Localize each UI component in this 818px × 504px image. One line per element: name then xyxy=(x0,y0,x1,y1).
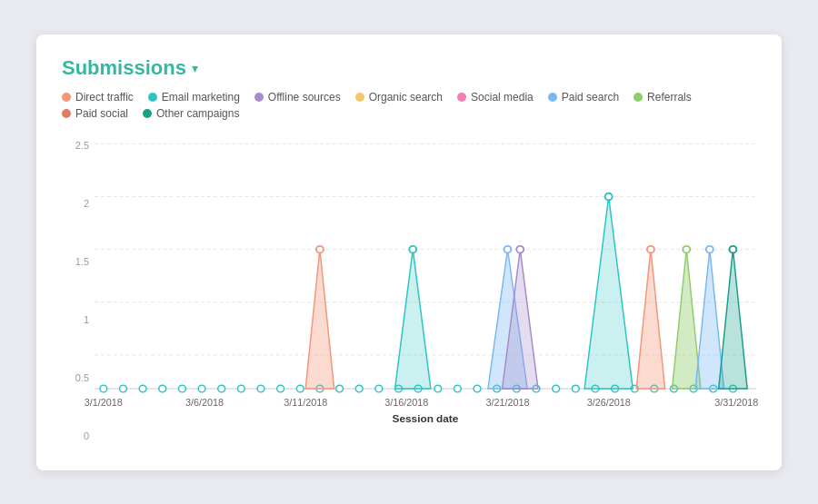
referrals-point xyxy=(683,245,690,252)
legend-dot xyxy=(62,93,71,102)
email-marketing-point-2 xyxy=(409,245,416,252)
svg-point-14 xyxy=(100,385,107,392)
svg-point-16 xyxy=(139,385,146,392)
svg-text:3/6/2018: 3/6/2018 xyxy=(185,397,224,408)
legend-dot xyxy=(355,93,364,102)
legend-label: Offline sources xyxy=(268,91,341,104)
legend-item-paid-search: Paid search xyxy=(548,91,619,104)
legend-dot xyxy=(148,93,157,102)
paid-search-point-1 xyxy=(504,245,512,252)
offline-point xyxy=(516,245,524,252)
other-campaigns-spike xyxy=(719,249,747,388)
svg-point-15 xyxy=(120,385,127,392)
legend-label: Social media xyxy=(471,91,534,104)
legend-dot xyxy=(457,93,466,102)
svg-point-23 xyxy=(277,385,284,392)
dropdown-icon[interactable]: ▾ xyxy=(192,61,198,75)
submissions-card: Submissions ▾ Direct trafficEmail market… xyxy=(36,35,782,470)
legend-item-email-marketing: Email marketing xyxy=(148,91,240,104)
y-label-25: 2.5 xyxy=(62,140,89,151)
svg-point-28 xyxy=(375,385,383,392)
svg-text:3/1/2018: 3/1/2018 xyxy=(85,397,123,408)
legend-dot xyxy=(254,93,264,102)
y-label-15: 1.5 xyxy=(62,256,89,267)
direct-traffic-point xyxy=(316,245,324,252)
legend-item-other-campaigns: Other campaigns xyxy=(143,107,239,120)
legend-label: Referrals xyxy=(647,91,692,104)
direct-traffic-point-2 xyxy=(647,245,654,252)
legend-item-referrals: Referrals xyxy=(633,91,692,104)
legend-dot xyxy=(633,93,643,102)
svg-text:3/11/2018: 3/11/2018 xyxy=(284,397,327,408)
svg-point-38 xyxy=(572,385,579,392)
y-label-05: 0.5 xyxy=(62,372,89,383)
svg-point-21 xyxy=(237,385,244,392)
page-title: Submissions xyxy=(62,56,186,80)
legend-label: Direct traffic xyxy=(75,91,134,104)
direct-traffic-spike xyxy=(305,249,334,388)
legend-dot xyxy=(143,109,152,118)
other-campaigns-point xyxy=(729,245,736,252)
chart-area: 2.5 2 1.5 1 0.5 0 3/1/2018 3/6/2018 3/11… xyxy=(62,133,756,456)
svg-point-17 xyxy=(159,385,166,392)
referrals-spike xyxy=(673,249,701,388)
legend-label: Paid social xyxy=(75,107,128,120)
y-label-0: 0 xyxy=(62,430,89,441)
svg-text:3/16/2018: 3/16/2018 xyxy=(384,397,428,408)
legend-label: Email marketing xyxy=(162,91,240,104)
email-marketing-point xyxy=(605,193,613,200)
svg-text:3/21/2018: 3/21/2018 xyxy=(485,397,529,408)
paid-search-spike-2 xyxy=(695,249,723,388)
svg-point-19 xyxy=(198,385,205,392)
svg-point-27 xyxy=(355,385,363,392)
legend-label: Organic search xyxy=(369,91,443,104)
svg-point-26 xyxy=(336,385,344,392)
legend-item-social-media: Social media xyxy=(457,91,534,104)
svg-text:3/31/2018: 3/31/2018 xyxy=(714,397,758,408)
email-marketing-spike xyxy=(584,196,633,389)
svg-point-33 xyxy=(474,385,481,392)
legend-item-paid-social: Paid social xyxy=(62,107,128,120)
legend-item-organic-search: Organic search xyxy=(355,91,443,104)
y-label-1: 1 xyxy=(62,314,89,325)
legend: Direct trafficEmail marketingOffline sou… xyxy=(62,91,756,120)
svg-point-24 xyxy=(296,385,304,392)
legend-dot xyxy=(62,109,71,118)
email-marketing-spike-2 xyxy=(395,249,431,388)
svg-text:Session date: Session date xyxy=(393,412,459,424)
svg-point-37 xyxy=(553,385,560,392)
legend-item-direct-traffic: Direct traffic xyxy=(62,91,134,104)
svg-text:3/26/2018: 3/26/2018 xyxy=(587,397,631,408)
title-row: Submissions ▾ xyxy=(62,56,756,80)
legend-item-offline-sources: Offline sources xyxy=(254,91,341,104)
svg-point-32 xyxy=(454,385,461,392)
paid-search-point-2 xyxy=(706,245,713,252)
svg-point-22 xyxy=(257,385,264,392)
svg-point-20 xyxy=(218,385,225,392)
legend-label: Other campaigns xyxy=(156,107,239,120)
chart-svg: 3/1/2018 3/6/2018 3/11/2018 3/16/2018 3/… xyxy=(95,133,756,427)
svg-point-31 xyxy=(434,385,442,392)
legend-dot xyxy=(548,93,557,102)
legend-label: Paid search xyxy=(562,91,619,104)
svg-point-18 xyxy=(178,385,185,392)
chart-inner: 3/1/2018 3/6/2018 3/11/2018 3/16/2018 3/… xyxy=(95,133,756,427)
y-label-2: 2 xyxy=(62,198,89,209)
direct-traffic-spike-2 xyxy=(636,249,664,388)
